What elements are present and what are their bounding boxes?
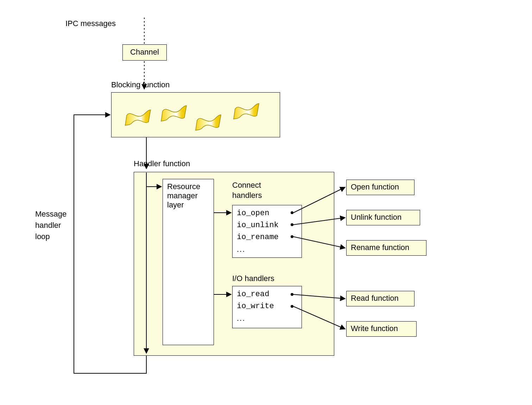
read-function-box: Read function	[346, 291, 414, 306]
connect-handlers-title-l2: handlers	[232, 191, 262, 201]
connect-handlers-title-l1: Connect	[232, 180, 262, 191]
channel-box: Channel	[122, 44, 167, 61]
connect-handlers-title: Connect handlers	[232, 180, 262, 200]
loop-label-l3: loop	[35, 231, 66, 242]
io-read-item: io_read	[237, 288, 297, 300]
loop-label-l2: handler	[35, 220, 66, 231]
resource-manager-l1: Resource	[167, 182, 209, 191]
io-open-item: io_open	[237, 207, 297, 219]
io-handlers-title: I/O handlers	[232, 274, 274, 283]
message-handler-loop-label: Message handler loop	[35, 208, 66, 242]
loop-label-l1: Message	[35, 208, 66, 220]
write-function-box: Write function	[346, 321, 417, 337]
connect-more-item: ...	[237, 243, 297, 255]
open-function-box: Open function	[346, 180, 414, 195]
unlink-function-box: Unlink function	[346, 210, 420, 225]
diagram-canvas: IPC messages Channel Blocking function H…	[0, 0, 532, 405]
resource-manager-layer-box: Resource manager layer	[163, 179, 214, 345]
handler-function-title: Handler function	[134, 159, 190, 168]
io-handlers-box: io_read io_write ...	[232, 286, 302, 328]
resource-manager-l3: layer	[167, 200, 209, 210]
resource-manager-l2: manager	[167, 191, 209, 200]
io-write-item: io_write	[237, 300, 297, 312]
io-unlink-item: io_unlink	[237, 219, 297, 231]
ipc-messages-label: IPC messages	[65, 19, 116, 28]
blocking-function-box	[111, 92, 280, 137]
blocking-function-title: Blocking function	[111, 80, 170, 89]
io-more-item: ...	[237, 312, 297, 324]
rename-function-box: Rename function	[346, 240, 426, 256]
io-rename-item: io_rename	[237, 231, 297, 243]
connect-handlers-box: io_open io_unlink io_rename ...	[232, 205, 302, 258]
